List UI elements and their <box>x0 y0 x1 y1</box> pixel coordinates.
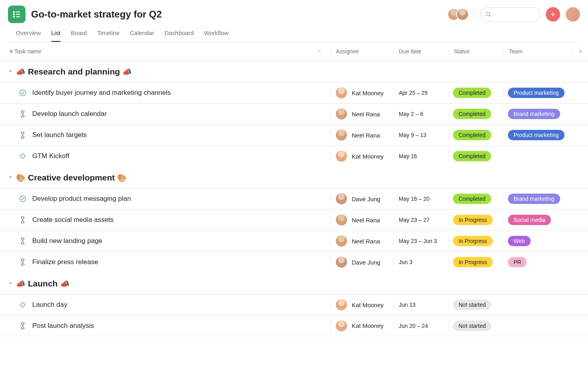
cell-status[interactable]: In Progress <box>449 215 504 225</box>
team-pill[interactable]: PR <box>508 257 527 267</box>
chevron-down-icon[interactable] <box>317 48 331 55</box>
cell-assignee[interactable]: Kat Mooney <box>331 319 394 332</box>
cell-team[interactable]: Brand marketing <box>504 109 572 119</box>
cell-team[interactable]: Product marketing <box>504 130 572 140</box>
status-pill[interactable]: In Progress <box>453 215 493 225</box>
cell-due-date[interactable]: May 9 – 13 <box>394 132 449 138</box>
cell-assignee[interactable]: Kat Mooney <box>331 298 394 311</box>
section-header[interactable]: 🎨Creative development🎨 <box>0 167 588 188</box>
task-status-icon[interactable] <box>18 194 27 203</box>
column-due-date[interactable]: Due date <box>394 48 449 55</box>
member-avatar[interactable] <box>456 8 469 21</box>
tab-calendar[interactable]: Calendar <box>130 29 154 42</box>
task-status-icon[interactable] <box>18 110 27 118</box>
status-pill[interactable]: In Progress <box>453 257 493 267</box>
task-status-icon[interactable] <box>18 88 27 97</box>
task-row[interactable]: GTM KickoffKat MooneyMay 16Completed <box>0 145 588 167</box>
cell-status[interactable]: Not started <box>449 300 504 310</box>
task-status-icon[interactable] <box>18 152 27 161</box>
column-status[interactable]: Status <box>449 48 504 55</box>
cell-assignee[interactable]: Neel Rana <box>331 108 394 120</box>
cell-task[interactable]: Launch day <box>18 300 331 309</box>
cell-due-date[interactable]: Jun 20 – 24 <box>394 323 449 329</box>
profile-avatar[interactable] <box>566 7 580 22</box>
task-status-icon[interactable] <box>18 131 27 139</box>
status-pill[interactable]: Completed <box>453 194 491 204</box>
task-status-icon[interactable] <box>18 300 27 309</box>
cell-team[interactable]: Web <box>504 236 572 246</box>
team-pill[interactable]: Brand marketing <box>508 194 560 204</box>
status-pill[interactable]: Completed <box>453 109 491 119</box>
cell-status[interactable]: Completed <box>449 88 504 98</box>
task-row[interactable]: Post launch analysisKat MooneyJun 20 – 2… <box>0 315 588 336</box>
cell-task[interactable]: Finalize press release <box>18 258 331 267</box>
task-status-icon[interactable] <box>18 216 27 224</box>
tab-overview[interactable]: Overview <box>16 29 41 42</box>
member-avatars[interactable] <box>447 8 469 21</box>
cell-due-date[interactable]: Apr 25 – 29 <box>394 90 449 96</box>
tab-board[interactable]: Board <box>71 29 87 42</box>
cell-task[interactable]: Set launch targets <box>18 131 331 139</box>
team-pill[interactable]: Brand marketing <box>508 109 560 119</box>
cell-due-date[interactable]: May 23 – 27 <box>394 217 449 223</box>
tab-dashboard[interactable]: Dashboard <box>165 29 194 42</box>
cell-team[interactable]: Social media <box>504 215 572 225</box>
cell-assignee[interactable]: Dave Jung <box>331 256 394 269</box>
status-pill[interactable]: Not started <box>453 321 491 331</box>
status-pill[interactable]: Completed <box>453 151 491 161</box>
cell-task[interactable]: Identify buyer journey and marketing cha… <box>18 88 331 97</box>
cell-assignee[interactable]: Dave Jung <box>331 192 394 205</box>
cell-status[interactable]: Completed <box>449 151 504 161</box>
tab-list[interactable]: List <box>51 29 61 42</box>
section-header[interactable]: 📣Launch📣 <box>0 272 588 294</box>
cell-assignee[interactable]: Kat Mooney <box>331 86 394 99</box>
cell-assignee[interactable]: Kat Mooney <box>331 150 394 163</box>
task-row[interactable]: Identify buyer journey and marketing cha… <box>0 82 588 103</box>
cell-status[interactable]: Completed <box>449 109 504 119</box>
team-pill[interactable]: Social media <box>508 215 551 225</box>
cell-task[interactable]: Create social media assets <box>18 216 331 224</box>
team-pill[interactable]: Product marketing <box>508 130 564 140</box>
task-row[interactable]: Develop launch calendarNeel RanaMay 2 – … <box>0 103 588 124</box>
search-box[interactable] <box>480 7 540 22</box>
team-pill[interactable]: Product marketing <box>508 88 564 98</box>
cell-task[interactable]: Post launch analysis <box>18 321 331 330</box>
column-task[interactable]: Task name <box>14 48 331 55</box>
cell-status[interactable]: Completed <box>449 130 504 140</box>
column-team[interactable]: Team <box>504 48 572 55</box>
cell-assignee[interactable]: Neel Rana <box>331 214 394 226</box>
task-row[interactable]: Launch dayKat MooneyJun 13Not started <box>0 294 588 315</box>
task-row[interactable]: Develop product messaging planDave JungM… <box>0 188 588 209</box>
cell-assignee[interactable]: Neel Rana <box>331 129 394 141</box>
project-icon[interactable] <box>8 6 25 23</box>
add-column-button[interactable] <box>572 49 588 54</box>
cell-team[interactable]: Product marketing <box>504 88 572 98</box>
cell-due-date[interactable]: May 16 – 20 <box>394 196 449 202</box>
task-status-icon[interactable] <box>18 258 27 267</box>
cell-status[interactable]: In Progress <box>449 236 504 246</box>
status-pill[interactable]: In Progress <box>453 236 493 246</box>
cell-due-date[interactable]: May 16 <box>394 153 449 159</box>
status-pill[interactable]: Completed <box>453 130 491 140</box>
cell-status[interactable]: Completed <box>449 194 504 204</box>
task-row[interactable]: Finalize press releaseDave JungJun 3In P… <box>0 251 588 272</box>
cell-due-date[interactable]: Jun 3 <box>394 259 449 265</box>
cell-task[interactable]: Develop launch calendar <box>18 110 331 118</box>
tab-timeline[interactable]: Timeline <box>97 29 120 42</box>
cell-team[interactable]: PR <box>504 257 572 267</box>
cell-status[interactable]: Not started <box>449 321 504 331</box>
tab-workflow[interactable]: Workflow <box>204 29 228 42</box>
task-status-icon[interactable] <box>18 237 27 245</box>
task-status-icon[interactable] <box>18 321 27 330</box>
cell-due-date[interactable]: May 2 – 6 <box>394 111 449 117</box>
column-assignee[interactable]: Assignee <box>331 48 394 55</box>
add-button[interactable] <box>546 7 560 22</box>
search-input[interactable] <box>495 11 535 18</box>
cell-due-date[interactable]: May 23 – Jun 3 <box>394 238 449 244</box>
task-row[interactable]: Create social media assetsNeel RanaMay 2… <box>0 209 588 230</box>
task-row[interactable]: Build new landing pageNeel RanaMay 23 – … <box>0 230 588 251</box>
cell-task[interactable]: Build new landing page <box>18 237 331 245</box>
task-row[interactable]: Set launch targetsNeel RanaMay 9 – 13Com… <box>0 124 588 145</box>
cell-task[interactable]: GTM Kickoff <box>18 152 331 161</box>
team-pill[interactable]: Web <box>508 236 531 246</box>
